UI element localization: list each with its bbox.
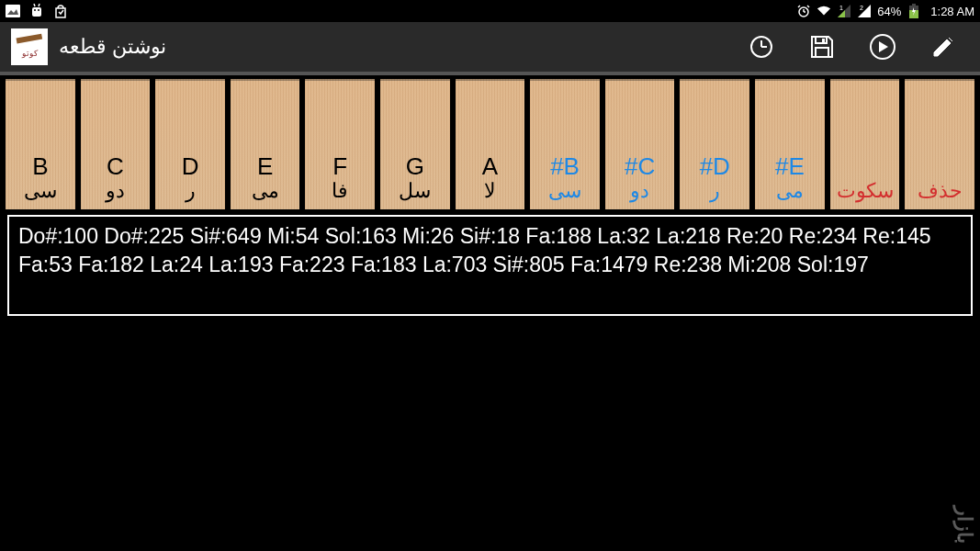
key-letter: A [482, 153, 498, 180]
key-#E[interactable]: #Eمی [755, 79, 825, 209]
svg-rect-0 [6, 5, 20, 17]
key-sub: سکوت [837, 180, 894, 202]
keys-row: BسیCدوDرEمیFفاGسلAلا#Bسی#Cدو#Dر#Eمی.سکوت… [0, 75, 980, 209]
svg-marker-28 [879, 41, 888, 52]
key-sub: ر [710, 180, 720, 202]
gallery-icon [6, 4, 20, 18]
key-sub: می [252, 180, 279, 202]
key-G[interactable]: Gسل [380, 79, 450, 209]
key-letter: #D [700, 153, 730, 180]
key-letter: C [107, 153, 124, 180]
key-F[interactable]: Fفا [305, 79, 375, 209]
alarm-icon [796, 4, 811, 18]
key-letter: #C [625, 153, 655, 180]
battery-text: 64% [877, 5, 901, 18]
key-سکوت[interactable]: .سکوت [830, 79, 900, 209]
save-button[interactable] [805, 30, 839, 63]
svg-text:2: 2 [860, 5, 863, 11]
key-sub: سی [548, 180, 581, 202]
key-E[interactable]: Eمی [231, 79, 300, 209]
svg-rect-16 [912, 4, 916, 6]
key-letter: E [257, 153, 273, 180]
svg-line-11 [807, 6, 809, 7]
svg-line-3 [34, 4, 35, 6]
key-حذف[interactable]: .حذف [905, 79, 974, 209]
key-letter: #B [550, 153, 580, 180]
svg-point-6 [38, 9, 39, 11]
app-icon: کوتو [11, 28, 48, 65]
app-bar: کوتو نوشتن قطعه [0, 22, 980, 75]
key-letter: B [32, 153, 48, 180]
play-button[interactable] [866, 30, 899, 63]
key-sub: حذف [918, 180, 963, 202]
watermark: بازار [952, 506, 976, 544]
history-button[interactable] [745, 30, 778, 63]
key-B[interactable]: Bسی [6, 79, 75, 209]
svg-rect-24 [816, 37, 827, 43]
svg-line-4 [39, 4, 39, 6]
page-title: نوشتن قطعه [59, 35, 166, 59]
svg-point-5 [34, 9, 36, 11]
notes-output[interactable]: Do#:100 Do#:225 Si#:649 Mi:54 Sol:163 Mi… [7, 215, 973, 316]
key-#B[interactable]: #Bسی [530, 79, 600, 209]
edit-button[interactable] [927, 30, 960, 63]
key-sub: سل [399, 180, 431, 202]
key-sub: سی [24, 180, 57, 202]
battery-icon [907, 4, 921, 18]
svg-rect-2 [32, 7, 41, 17]
status-bar: 1 2 64% 1:28 AM [0, 0, 980, 22]
key-sub: فا [332, 180, 348, 202]
key-sub: می [776, 180, 804, 202]
key-letter: F [332, 153, 347, 180]
key-letter: #E [775, 153, 805, 180]
key-C[interactable]: Cدو [81, 79, 151, 209]
svg-rect-26 [816, 48, 828, 57]
key-#C[interactable]: #Cدو [605, 79, 675, 209]
store-icon [53, 4, 68, 18]
signal2-icon: 2 [857, 4, 872, 18]
svg-rect-25 [822, 39, 825, 42]
key-sub: دو [106, 180, 125, 202]
key-letter: G [406, 153, 424, 180]
key-sub: ر [186, 180, 196, 202]
svg-text:1: 1 [839, 5, 843, 11]
key-letter: D [182, 153, 199, 180]
signal1-icon: 1 [837, 4, 851, 18]
key-A[interactable]: Aلا [456, 79, 525, 209]
wifi-icon [817, 4, 831, 18]
android-icon [29, 4, 44, 18]
clock-text: 1:28 AM [930, 5, 974, 18]
key-#D[interactable]: #Dر [680, 79, 749, 209]
key-sub: دو [630, 180, 649, 202]
svg-text:کوتو: کوتو [21, 49, 39, 59]
key-D[interactable]: Dر [155, 79, 225, 209]
key-sub: لا [484, 180, 496, 202]
svg-line-10 [798, 6, 800, 7]
